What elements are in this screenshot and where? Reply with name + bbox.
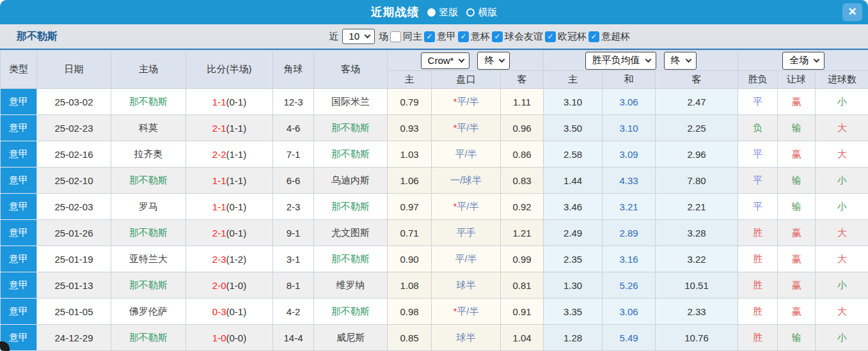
- league-cell: 意甲: [1, 89, 37, 115]
- handicap-cell: *平/半: [432, 299, 501, 325]
- avg-win-cell: 1.44: [544, 168, 603, 194]
- home-team-cell: 拉齐奥: [111, 141, 186, 168]
- corner-cell: 9-1: [273, 220, 314, 246]
- away-odds-cell: 0.92: [501, 194, 544, 220]
- corner-cell: 12-3: [273, 89, 314, 115]
- same-home-label: 同主: [403, 31, 422, 43]
- league-checkbox-4[interactable]: [588, 31, 599, 42]
- handicap-cell: 一/球半: [432, 168, 501, 194]
- chevron-down-icon: [685, 56, 691, 63]
- radio-unselected-icon[interactable]: [466, 8, 475, 17]
- handicap-cell: 球半: [432, 272, 501, 299]
- dialog-titlebar: 近期战绩 竖版 横版 ✕: [0, 0, 868, 24]
- league-cell: 意甲: [1, 299, 37, 325]
- matches-label: 场: [379, 31, 388, 43]
- close-button[interactable]: ✕: [842, 3, 862, 21]
- league-checkbox-2[interactable]: [492, 31, 503, 42]
- avg-win-cell: 3.10: [544, 89, 603, 115]
- avg-draw-cell: 3.10: [603, 115, 656, 141]
- avg-draw-cell: 3.06: [603, 299, 656, 325]
- date-cell: 25-02-16: [37, 141, 111, 168]
- sub-header-let-ball: 让球: [778, 71, 816, 89]
- home-odds-cell: 0.71: [388, 220, 432, 246]
- date-cell: 25-03-02: [37, 89, 111, 115]
- away-team-cell: 维罗纳: [314, 272, 388, 299]
- date-cell: 24-12-29: [37, 325, 111, 351]
- date-cell: 25-01-05: [37, 299, 111, 325]
- avg-draw-cell: 3.16: [603, 246, 656, 272]
- let-ball-cell: 输: [778, 115, 816, 141]
- bookmaker-select[interactable]: Crow*: [421, 52, 470, 69]
- league-cell: 意甲: [1, 272, 37, 299]
- col-header-type: 类型: [1, 51, 37, 89]
- table-row: 意甲25-02-10那不勒斯1-1(1-1)6-6乌迪内斯1.06一/球半0.8…: [1, 168, 868, 194]
- average-odds-group-header: 胜平负均值 终: [544, 51, 738, 71]
- home-odds-cell: 0.90: [388, 246, 432, 272]
- league-checkbox-label[interactable]: 欧冠杯: [558, 31, 587, 43]
- handicap-cell: 平/半: [432, 141, 501, 168]
- away-odds-cell: 0.96: [501, 115, 544, 141]
- avg-draw-cell: 5.26: [603, 272, 656, 299]
- recent-count-select[interactable]: 10: [342, 29, 375, 44]
- result-cell: 胜: [738, 272, 778, 299]
- result-cell: 胜: [738, 299, 778, 325]
- score-cell: 2-1(1-1): [186, 115, 273, 141]
- goals-cell: 小: [816, 325, 868, 351]
- avg-lose-cell: 2.47: [656, 89, 738, 115]
- corner-cell: 3-1: [273, 246, 314, 272]
- home-team-cell: 罗马: [111, 194, 186, 220]
- away-team-cell: 那不勒斯: [314, 141, 388, 168]
- date-cell: 25-01-26: [37, 220, 111, 246]
- same-home-checkbox[interactable]: [390, 31, 401, 42]
- fulltime-group-header: 全场: [738, 51, 868, 71]
- league-cell: 意甲: [1, 246, 37, 272]
- team-name: 那不勒斯: [17, 30, 58, 43]
- away-odds-cell: 0.83: [501, 168, 544, 194]
- layout-radio-horizontal[interactable]: 横版: [460, 6, 498, 19]
- average-odds-select[interactable]: 胜平负均值: [585, 52, 656, 70]
- close-icon: ✕: [848, 6, 856, 18]
- away-odds-cell: 1.04: [501, 325, 544, 351]
- corner-cell: 2-3: [273, 194, 314, 220]
- goals-cell: 大: [816, 299, 868, 325]
- avg-lose-cell: 2.96: [656, 141, 738, 168]
- table-row: 意甲25-01-05佛罗伦萨0-3(0-1)4-2那不勒斯0.98*平/半0.9…: [1, 299, 868, 325]
- avg-lose-cell: 2.33: [656, 299, 738, 325]
- col-header-away: 客场: [314, 51, 388, 89]
- table-row: 意甲25-02-16拉齐奥2-2(1-1)7-1那不勒斯1.03平/半0.862…: [1, 141, 868, 168]
- sub-header-avg-draw: 和: [603, 71, 656, 89]
- col-header-home: 主场: [111, 51, 186, 89]
- date-cell: 25-02-10: [37, 168, 111, 194]
- league-checkbox-0[interactable]: [424, 31, 435, 42]
- fulltime-select[interactable]: 全场: [782, 52, 825, 70]
- avg-win-cell: 2.58: [544, 141, 603, 168]
- filter-bar: 那不勒斯 近 10 场 同主 意甲意杯球会友谊欧冠杯意超杯: [0, 24, 868, 50]
- let-ball-cell: 赢: [778, 141, 816, 168]
- league-checkbox-label[interactable]: 意超杯: [601, 31, 630, 43]
- corner-cell: 6-6: [273, 168, 314, 194]
- result-cell: 胜: [738, 325, 778, 351]
- let-ball-cell: 赢: [778, 272, 816, 299]
- avg-win-cell: 1.30: [544, 272, 603, 299]
- league-checkbox-label[interactable]: 球会友谊: [505, 31, 543, 43]
- league-checkbox-label[interactable]: 意甲: [437, 31, 456, 43]
- away-team-cell: 那不勒斯: [314, 246, 388, 272]
- league-checkbox-label[interactable]: 意杯: [471, 31, 490, 43]
- average-period-select[interactable]: 终: [664, 52, 697, 70]
- avg-lose-cell: 3.28: [656, 220, 738, 246]
- avg-draw-cell: 3.09: [603, 141, 656, 168]
- avg-lose-cell: 10.51: [656, 272, 738, 299]
- avg-draw-cell: 2.89: [603, 220, 656, 246]
- table-row: 意甲25-01-13那不勒斯2-0(1-0)8-1维罗纳1.08球半0.811.…: [1, 272, 868, 299]
- radio-selected-icon[interactable]: [427, 8, 436, 17]
- chevron-down-icon: [459, 56, 465, 63]
- score-cell: 1-1(0-1): [186, 89, 273, 115]
- league-checkbox-3[interactable]: [545, 31, 556, 42]
- league-checkbox-1[interactable]: [458, 31, 469, 42]
- layout-radio-vertical[interactable]: 竖版: [421, 6, 459, 19]
- handicap-cell: *平/半: [432, 194, 501, 220]
- corner-cell: 14-4: [273, 325, 314, 351]
- bookmaker-period-select[interactable]: 终: [477, 52, 510, 70]
- let-ball-cell: 赢: [778, 220, 816, 246]
- league-cell: 意甲: [1, 115, 37, 141]
